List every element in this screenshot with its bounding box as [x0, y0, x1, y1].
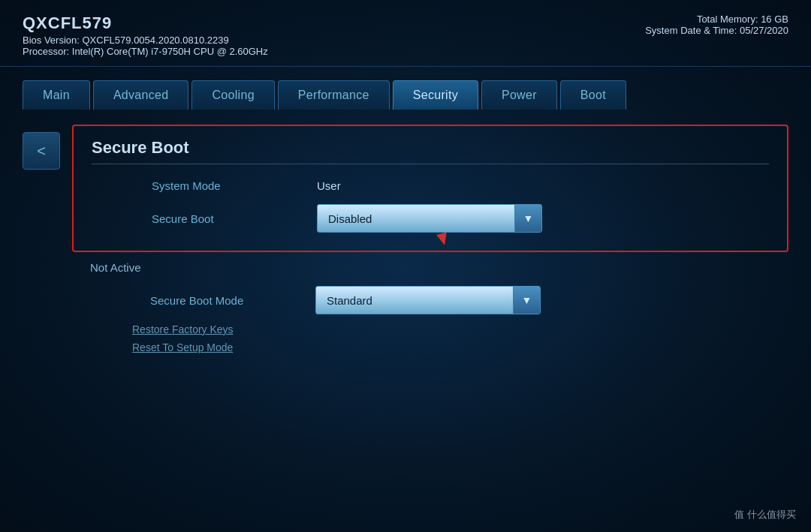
system-date-label: System Date & Time: [645, 25, 737, 36]
secure-boot-mode-row: Secure Boot Mode Standard ▼ [90, 280, 770, 320]
secure-boot-label: Secure Boot [152, 212, 317, 225]
system-date-value: 05/27/2020 [740, 25, 788, 36]
bios-version-value: QXCFL579.0054.2020.0810.2239 [83, 35, 229, 46]
tab-power[interactable]: Power [481, 80, 557, 110]
system-mode-row: System Mode User [92, 173, 769, 198]
secure-boot-section: Secure Boot System Mode User Secure Boot… [72, 125, 788, 252]
tab-boot[interactable]: Boot [560, 80, 626, 110]
secure-boot-mode-dropdown[interactable]: Standard ▼ [315, 286, 541, 314]
bios-version-row: Bios Version: QXCFL579.0054.2020.0810.22… [23, 35, 788, 46]
cursor-arrow [436, 232, 450, 246]
total-memory-value: 16 GB [761, 14, 788, 25]
nav-tabs: Main Advanced Cooling Performance Securi… [0, 67, 811, 110]
secure-boot-mode-label: Secure Boot Mode [150, 294, 315, 307]
system-mode-value: User [317, 179, 341, 192]
system-mode-label: System Mode [152, 179, 317, 192]
secure-boot-dropdown-value: Disabled [318, 207, 514, 230]
secure-boot-mode-arrow-icon: ▼ [513, 287, 540, 314]
tab-advanced[interactable]: Advanced [93, 80, 189, 110]
header-info: Bios Version: QXCFL579.0054.2020.0810.22… [23, 35, 788, 57]
not-active-label: Not Active [72, 252, 788, 280]
dropdown-arrow-icon: ▼ [514, 205, 541, 232]
back-button[interactable]: < [23, 132, 60, 170]
processor-row: Processor: Intel(R) Core(TM) i7-9750H CP… [23, 46, 788, 57]
secure-boot-mode-dropdown-value: Standard [316, 289, 513, 312]
tab-performance[interactable]: Performance [278, 80, 390, 110]
total-memory-label: Total Memory: [697, 14, 758, 25]
tab-security[interactable]: Security [393, 80, 478, 110]
secure-boot-dropdown[interactable]: Disabled ▼ [317, 204, 542, 233]
watermark: 值 什么值得买 [734, 508, 796, 521]
bios-version-label: Bios Version: [23, 35, 80, 46]
reset-to-setup-mode-link[interactable]: Reset To Setup Mode [72, 338, 788, 356]
tab-cooling[interactable]: Cooling [191, 80, 274, 110]
tab-main[interactable]: Main [23, 80, 90, 110]
back-icon: < [37, 143, 46, 160]
content-area: < Secure Boot System Mode User Secure Bo… [0, 110, 811, 371]
secure-boot-title: Secure Boot [92, 138, 769, 164]
below-section: Secure Boot Mode Standard ▼ [72, 280, 788, 320]
restore-factory-keys-link[interactable]: Restore Factory Keys [72, 320, 788, 338]
header: QXCFL579 Bios Version: QXCFL579.0054.202… [0, 0, 811, 67]
processor-value: Intel(R) Core(TM) i7-9750H CPU @ 2.60GHz [72, 46, 268, 57]
system-date-row: System Date & Time: 05/27/2020 [645, 25, 788, 36]
secure-boot-row: Secure Boot Disabled ▼ [92, 198, 769, 239]
header-right: Total Memory: 16 GB System Date & Time: … [645, 14, 788, 36]
processor-label: Processor: [23, 46, 69, 57]
total-memory-row: Total Memory: 16 GB [645, 14, 788, 25]
panel: Secure Boot System Mode User Secure Boot… [72, 125, 788, 356]
